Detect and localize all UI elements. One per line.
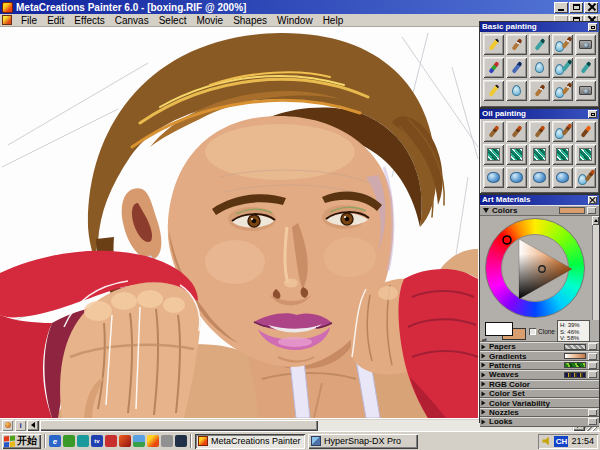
camera-icon[interactable] <box>161 435 173 447</box>
close-button[interactable] <box>584 2 598 13</box>
colors-menu-button[interactable] <box>587 207 596 214</box>
basic-painting-titlebar[interactable]: Basic painting <box>480 22 599 32</box>
brush-wet[interactable] <box>552 80 573 101</box>
loaded-oil-brush[interactable] <box>575 121 596 142</box>
colors-section-header[interactable]: Colors <box>480 205 599 216</box>
bristle-brush-5[interactable] <box>575 144 596 165</box>
section-rgb-color[interactable]: RGB Color <box>480 380 599 389</box>
gradients-menu-button[interactable] <box>588 353 597 360</box>
oil-painting-palette: Oil painting <box>479 108 600 194</box>
patterns-menu-button[interactable] <box>588 362 597 369</box>
menu-window[interactable]: Window <box>272 15 318 26</box>
oil-painting-titlebar[interactable]: Oil painting <box>480 109 599 119</box>
section-gradients[interactable]: Gradients <box>480 351 599 360</box>
brush-pencil[interactable] <box>483 34 504 55</box>
bristle-brush-3[interactable] <box>529 144 550 165</box>
flashget-icon[interactable] <box>63 435 75 447</box>
art-materials-close-button[interactable] <box>588 196 597 204</box>
volume-icon[interactable] <box>542 437 551 446</box>
section-looks[interactable]: Looks <box>480 417 599 426</box>
impasto-round-4[interactable] <box>552 167 573 188</box>
task-hypersnap[interactable]: HyperSnap-DX Pro <box>308 434 418 449</box>
palette-scroll-up-button[interactable] <box>592 216 599 225</box>
info-button[interactable]: i <box>15 420 26 431</box>
brush-water[interactable] <box>552 34 573 55</box>
impasto-round-1[interactable] <box>483 167 504 188</box>
oil-brush-small[interactable] <box>483 121 504 142</box>
internet-explorer-icon[interactable]: e <box>49 435 61 447</box>
basic-palette-collapse-button[interactable] <box>588 23 597 31</box>
clock[interactable]: 21:54 <box>571 436 594 446</box>
bristle-brush-4[interactable] <box>552 144 573 165</box>
scrollbar-thumb[interactable] <box>40 420 318 431</box>
media-player-icon[interactable] <box>175 435 187 447</box>
section-patterns[interactable]: Patterns <box>480 361 599 370</box>
painter-app-icon[interactable] <box>2 2 13 13</box>
taskbar-divider <box>190 434 192 448</box>
brush-pencil-soft[interactable] <box>483 80 504 101</box>
impasto-round-3[interactable] <box>529 167 550 188</box>
section-color-set[interactable]: Color Set <box>480 389 599 398</box>
menu-file[interactable]: File <box>16 15 42 26</box>
section-nozzles[interactable]: Nozzles <box>480 408 599 417</box>
menu-select[interactable]: Select <box>154 15 192 26</box>
brush-colored-pencil[interactable] <box>483 57 504 78</box>
menu-effects[interactable]: Effects <box>69 15 109 26</box>
oil-brush-medium[interactable] <box>506 121 527 142</box>
brush-round[interactable] <box>506 34 527 55</box>
start-button[interactable]: 开始 <box>2 434 41 449</box>
hue-ring[interactable] <box>485 218 585 318</box>
weaves-menu-button[interactable] <box>588 371 597 378</box>
tv-viewer-icon[interactable]: tv <box>91 435 103 447</box>
sv-triangle[interactable] <box>486 219 586 319</box>
oil-brush-large[interactable] <box>529 121 550 142</box>
acdsee-icon[interactable] <box>105 435 117 447</box>
bristle-brush-2[interactable] <box>506 144 527 165</box>
papers-menu-button[interactable] <box>588 343 597 350</box>
brush-airbrush-fine[interactable] <box>575 57 596 78</box>
impasto-round-2[interactable] <box>506 167 527 188</box>
looks-menu-button[interactable] <box>588 418 597 425</box>
brush-cloner[interactable] <box>575 34 596 55</box>
oil-wet-brush[interactable] <box>552 121 573 142</box>
section-weaves[interactable]: Weaves <box>480 370 599 379</box>
scroll-left-button[interactable] <box>27 420 39 431</box>
brush-ghost-toggle[interactable] <box>2 420 13 431</box>
palette-vertical-scrollbar[interactable] <box>592 216 599 320</box>
collapsed-arrow-icon <box>482 344 486 349</box>
brush-round-2[interactable] <box>529 80 550 101</box>
minimize-button[interactable] <box>554 2 568 13</box>
menu-shapes[interactable]: Shapes <box>228 15 272 26</box>
restore-button[interactable] <box>569 2 583 13</box>
brush-pen[interactable] <box>506 57 527 78</box>
art-materials-titlebar[interactable]: Art Materials <box>480 195 599 205</box>
image-viewer-icon[interactable] <box>133 435 145 447</box>
clone-color-checkbox[interactable] <box>529 328 536 335</box>
menu-movie[interactable]: Movie <box>191 15 228 26</box>
collapse-icon <box>591 113 595 116</box>
section-papers[interactable]: Papers <box>480 342 599 351</box>
front-color-swatch[interactable] <box>485 322 513 336</box>
brush-airbrush[interactable] <box>529 34 550 55</box>
task-painter[interactable]: MetaCreations Painter 6.... <box>195 434 305 449</box>
brush-water-drop[interactable] <box>529 57 550 78</box>
brush-wet-airbrush[interactable] <box>552 57 573 78</box>
impasto-drop[interactable] <box>575 167 596 188</box>
section-color-variability[interactable]: Color Variability <box>480 398 599 407</box>
airbrush-icon <box>534 38 545 51</box>
bristle-brush-1[interactable] <box>483 144 504 165</box>
menu-help[interactable]: Help <box>318 15 349 26</box>
document-icon[interactable] <box>2 15 12 25</box>
menu-edit[interactable]: Edit <box>42 15 69 26</box>
oil-palette-collapse-button[interactable] <box>588 110 597 118</box>
notes-icon[interactable] <box>77 435 89 447</box>
menu-canvas[interactable]: Canvas <box>110 15 154 26</box>
brush-water-2[interactable] <box>506 80 527 101</box>
nozzles-menu-button[interactable] <box>588 409 597 416</box>
current-color-swatch[interactable] <box>559 207 585 214</box>
swap-colors-icon[interactable]: ⇄ <box>482 336 487 343</box>
brush-cloner-2[interactable] <box>575 80 596 101</box>
painter-launch-icon[interactable] <box>147 435 159 447</box>
ime-indicator[interactable]: CH <box>554 436 568 447</box>
realplayer-icon[interactable] <box>119 435 131 447</box>
